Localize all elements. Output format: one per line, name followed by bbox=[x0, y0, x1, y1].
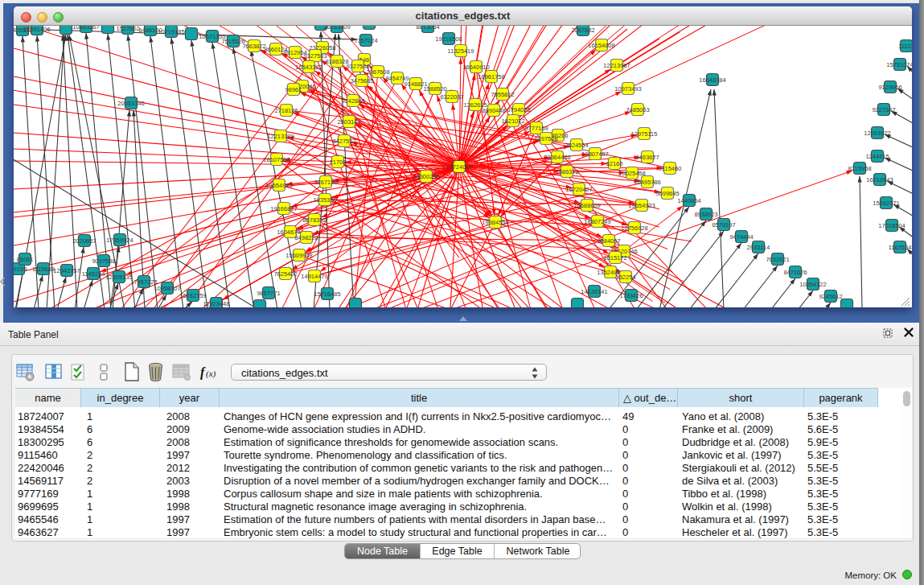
svg-text:1935359: 1935359 bbox=[313, 196, 336, 204]
svg-text:10807487: 10807487 bbox=[581, 150, 608, 158]
svg-text:12213389: 12213389 bbox=[267, 133, 294, 140]
svg-text:1115688: 1115688 bbox=[32, 266, 55, 273]
svg-text:1145194: 1145194 bbox=[82, 270, 105, 278]
svg-text:16782759: 16782759 bbox=[179, 292, 206, 299]
svg-text:9097588: 9097588 bbox=[92, 257, 115, 265]
svg-text:18807249: 18807249 bbox=[584, 218, 610, 225]
svg-text:3624554: 3624554 bbox=[565, 142, 588, 149]
svg-text:15609948: 15609948 bbox=[285, 252, 312, 259]
svg-text:9115460: 9115460 bbox=[659, 165, 682, 172]
svg-text:12505135: 12505135 bbox=[105, 274, 132, 281]
svg-text:15720407: 15720407 bbox=[565, 186, 592, 193]
svg-text:16154808: 16154808 bbox=[588, 42, 614, 49]
svg-text:252254: 252254 bbox=[615, 274, 635, 281]
svg-text:9474444: 9474444 bbox=[729, 233, 753, 241]
svg-text:8427552: 8427552 bbox=[332, 138, 355, 145]
svg-text:2935114: 2935114 bbox=[747, 244, 770, 251]
svg-text:10653267: 10653267 bbox=[72, 26, 99, 31]
svg-text:7515526: 7515526 bbox=[221, 38, 244, 45]
svg-text:9242848: 9242848 bbox=[341, 97, 364, 105]
svg-text:10025458: 10025458 bbox=[618, 170, 645, 177]
svg-text:16640910: 16640910 bbox=[462, 64, 489, 71]
svg-text:10973493: 10973493 bbox=[614, 85, 641, 93]
svg-text:1733426: 1733426 bbox=[619, 292, 643, 299]
svg-text:7955812: 7955812 bbox=[491, 91, 514, 98]
svg-text:11325419: 11325419 bbox=[448, 47, 474, 55]
svg-text:7632621: 7632621 bbox=[766, 256, 789, 263]
svg-text:3475685: 3475685 bbox=[350, 77, 373, 84]
svg-text:1167534: 1167534 bbox=[889, 244, 912, 251]
svg-text:10654122: 10654122 bbox=[799, 281, 826, 288]
svg-text:19654983: 19654983 bbox=[265, 182, 292, 189]
svg-text:16033809: 16033809 bbox=[323, 26, 350, 31]
svg-text:2087682: 2087682 bbox=[571, 27, 594, 34]
svg-text:8678352: 8678352 bbox=[302, 216, 326, 224]
svg-text:20053346: 20053346 bbox=[117, 100, 144, 107]
svg-text:16961758: 16961758 bbox=[478, 73, 504, 80]
svg-text:1588520: 1588520 bbox=[423, 85, 446, 93]
svg-text:14136141: 14136141 bbox=[581, 288, 607, 295]
svg-text:3267130: 3267130 bbox=[314, 179, 337, 186]
svg-text:6497508: 6497508 bbox=[534, 135, 557, 142]
svg-text:2020657: 2020657 bbox=[72, 237, 96, 245]
svg-text:9227347: 9227347 bbox=[872, 106, 895, 113]
svg-text:12093872: 12093872 bbox=[864, 130, 890, 137]
svg-text:1244415: 1244415 bbox=[865, 153, 889, 160]
svg-text:12213967: 12213967 bbox=[603, 62, 630, 69]
svg-text:7386372: 7386372 bbox=[555, 168, 578, 175]
svg-text:9327503: 9327503 bbox=[303, 52, 326, 60]
svg-text:9699695: 9699695 bbox=[655, 190, 679, 197]
svg-text:8813054: 8813054 bbox=[416, 26, 439, 31]
svg-text:19218506: 19218506 bbox=[435, 35, 462, 43]
svg-text:15716485: 15716485 bbox=[314, 290, 340, 298]
svg-text:9084067: 9084067 bbox=[597, 237, 620, 245]
svg-text:8498222: 8498222 bbox=[294, 234, 318, 241]
svg-text:9463627: 9463627 bbox=[635, 154, 659, 161]
svg-text:18724007: 18724007 bbox=[446, 163, 472, 171]
svg-text:85061: 85061 bbox=[17, 256, 34, 263]
svg-text:19166827: 19166827 bbox=[270, 205, 297, 212]
svg-text:2803144: 2803144 bbox=[337, 118, 360, 126]
svg-text:9857771: 9857771 bbox=[257, 290, 280, 297]
svg-text:12975115: 12975115 bbox=[631, 130, 658, 138]
svg-text:18300295: 18300295 bbox=[413, 173, 439, 180]
svg-text:6579197: 6579197 bbox=[712, 221, 735, 229]
svg-text:16107553: 16107553 bbox=[263, 156, 290, 163]
svg-text:17359924: 17359924 bbox=[106, 237, 133, 244]
svg-text:8186328: 8186328 bbox=[325, 58, 348, 65]
svg-text:8938923: 8938923 bbox=[694, 211, 717, 218]
svg-text:2718176: 2718176 bbox=[274, 107, 298, 114]
svg-text:1615172: 1615172 bbox=[603, 254, 626, 262]
svg-text:8471626: 8471626 bbox=[783, 269, 807, 276]
svg-text:7485063: 7485063 bbox=[626, 106, 649, 113]
svg-text:12942757: 12942757 bbox=[53, 267, 80, 274]
svg-text:f: f bbox=[200, 365, 206, 380]
svg-text:10688609: 10688609 bbox=[573, 202, 600, 209]
svg-text:7663822: 7663822 bbox=[242, 43, 265, 50]
svg-text:20691406: 20691406 bbox=[23, 26, 50, 33]
svg-text:11923448: 11923448 bbox=[203, 300, 230, 307]
svg-text:9245612: 9245612 bbox=[819, 293, 842, 300]
svg-text:14914479: 14914479 bbox=[301, 273, 327, 280]
svg-text:16210643: 16210643 bbox=[866, 176, 893, 183]
svg-text:8990448: 8990448 bbox=[482, 107, 505, 114]
svg-text:9129966: 9129966 bbox=[878, 84, 901, 91]
svg-text:39159: 39159 bbox=[14, 266, 27, 273]
svg-text:11123: 11123 bbox=[898, 43, 912, 50]
svg-text:98961: 98961 bbox=[285, 86, 302, 93]
svg-text:1527602: 1527602 bbox=[116, 26, 139, 32]
svg-text:62160: 62160 bbox=[606, 160, 623, 167]
svg-text:16495786: 16495786 bbox=[634, 179, 660, 186]
svg-text:1440954: 1440954 bbox=[677, 197, 700, 204]
svg-text:21700: 21700 bbox=[330, 159, 347, 166]
svg-text:19384554: 19384554 bbox=[482, 219, 508, 226]
svg-text:6322037: 6322037 bbox=[440, 93, 463, 101]
svg-text:8215958: 8215958 bbox=[848, 165, 871, 172]
svg-text:6794028: 6794028 bbox=[507, 106, 530, 113]
svg-text:15692971: 15692971 bbox=[873, 200, 899, 207]
svg-text:7625402: 7625402 bbox=[273, 270, 297, 278]
svg-text:17016504: 17016504 bbox=[878, 222, 905, 229]
svg-text:10958107: 10958107 bbox=[154, 285, 180, 292]
svg-text:9777169: 9777169 bbox=[524, 125, 548, 132]
svg-text:15751074: 15751074 bbox=[886, 61, 912, 68]
